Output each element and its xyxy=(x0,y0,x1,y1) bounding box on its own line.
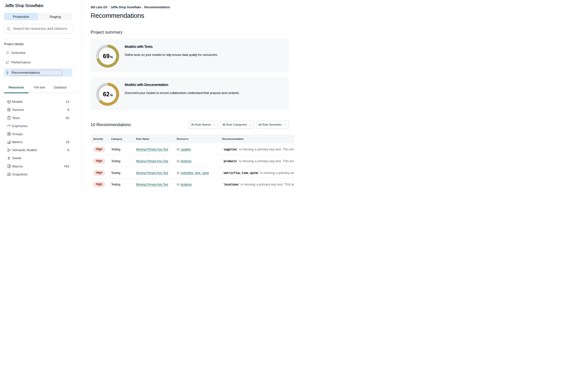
svg-text:%: % xyxy=(110,56,113,59)
svg-text:62: 62 xyxy=(103,91,109,98)
svg-text:%: % xyxy=(110,93,113,97)
svg-text:69: 69 xyxy=(103,53,109,60)
